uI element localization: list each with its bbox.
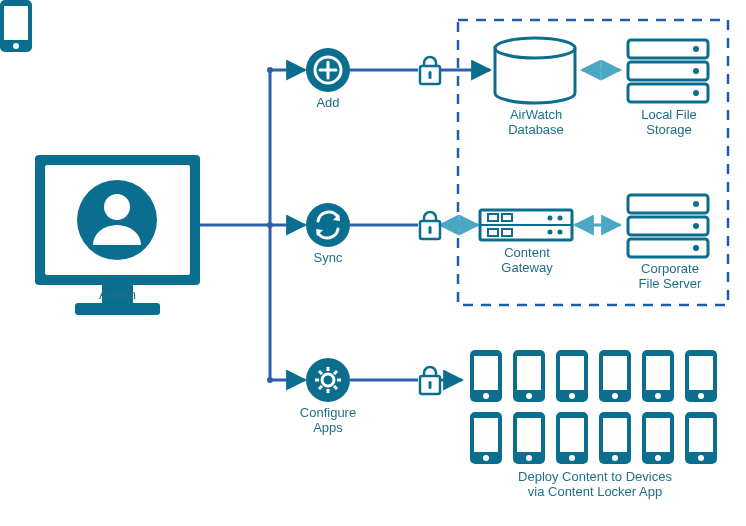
svg-point-35 [558,230,563,235]
phone-icon [685,412,717,464]
sync-icon [306,203,350,247]
svg-point-26 [693,90,699,96]
svg-point-60 [655,393,661,399]
svg-rect-56 [603,356,627,390]
svg-rect-50 [517,356,541,390]
svg-rect-19 [429,381,432,389]
svg-point-42 [693,245,699,251]
svg-point-11 [306,203,350,247]
add-label: Add [308,96,348,111]
server-stack-icon [628,40,708,102]
svg-point-24 [693,46,699,52]
phone-icon [599,412,631,464]
svg-point-78 [655,455,661,461]
svg-rect-77 [646,418,670,452]
svg-point-63 [698,393,704,399]
phone-icon [556,350,588,402]
svg-point-40 [693,201,699,207]
sync-label: Sync [306,251,350,266]
airwatch-label: AirWatch Database [498,108,574,138]
phone-icon [513,412,545,464]
svg-point-69 [526,455,532,461]
phone-grid [0,0,32,52]
phone-icon [685,350,717,402]
gateway-label: Content Gateway [494,246,560,276]
svg-point-51 [526,393,532,399]
svg-point-45 [13,43,19,49]
phone-icon [470,412,502,464]
svg-rect-65 [474,418,498,452]
svg-point-66 [483,455,489,461]
corpfile-label: Corporate File Server [632,262,708,292]
phone-icon [513,350,545,402]
database-icon [495,38,575,103]
deploy-label: Deploy Content to Devices via Content Lo… [500,470,690,500]
svg-rect-44 [4,6,28,40]
configure-label: Configure Apps [296,406,360,436]
lock-icon [420,367,440,394]
svg-point-81 [698,455,704,461]
phone-icon [642,350,674,402]
svg-rect-80 [689,418,713,452]
localfile-label: Local File Storage [634,108,704,138]
server-stack-icon [628,195,708,257]
svg-rect-59 [646,356,670,390]
svg-rect-71 [560,418,584,452]
svg-point-72 [569,455,575,461]
svg-rect-6 [75,303,160,315]
svg-point-34 [548,216,553,221]
svg-rect-17 [429,226,432,234]
svg-rect-53 [560,356,584,390]
plus-icon [306,48,350,92]
svg-point-20 [495,38,575,58]
svg-point-8 [104,194,130,220]
svg-rect-74 [603,418,627,452]
svg-point-75 [612,455,618,461]
phone-icon [599,350,631,402]
gateway-icon [480,210,572,240]
svg-point-25 [693,68,699,74]
svg-rect-62 [689,356,713,390]
svg-point-57 [612,393,618,399]
phone-icon [556,412,588,464]
svg-point-12 [306,358,350,402]
gear-icon [306,358,350,402]
phone-icon [642,412,674,464]
admin-label: Admin [70,288,165,303]
phone-icon [470,350,502,402]
svg-point-48 [483,393,489,399]
svg-point-41 [693,223,699,229]
lock-icon [420,212,440,239]
svg-rect-15 [429,71,432,79]
svg-point-33 [558,216,563,221]
svg-rect-68 [517,418,541,452]
svg-point-36 [548,230,553,235]
svg-point-54 [569,393,575,399]
svg-rect-47 [474,356,498,390]
lock-icon [420,57,440,84]
